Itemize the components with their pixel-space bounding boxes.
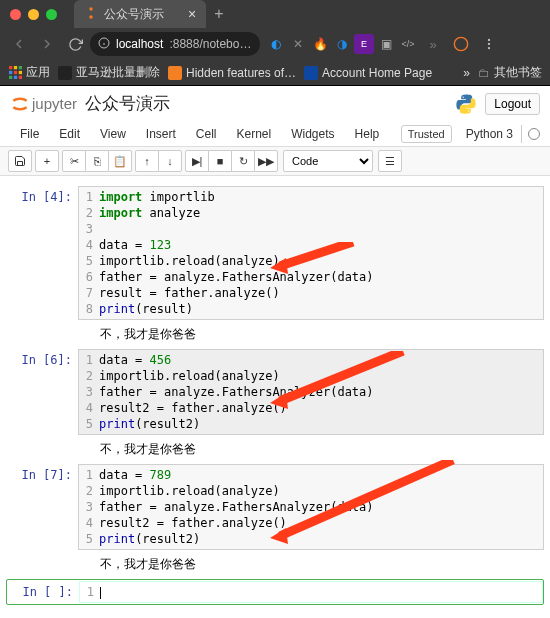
ext-icon-4[interactable]: ◑ bbox=[332, 34, 352, 54]
ext-icon-6[interactable]: ▣ bbox=[376, 34, 396, 54]
tab-title: 公众号演示 bbox=[104, 6, 164, 23]
cell-prompt: In [7]: bbox=[6, 464, 78, 573]
cut-button[interactable]: ✂ bbox=[62, 150, 86, 172]
trusted-indicator[interactable]: Trusted bbox=[401, 125, 452, 143]
other-bookmarks-label: 其他书签 bbox=[494, 64, 542, 81]
cell-output: 不，我才是你爸爸 bbox=[78, 550, 544, 573]
svg-rect-15 bbox=[9, 76, 12, 79]
notebook-area[interactable]: In [4]:1import importlib2import analyze3… bbox=[0, 176, 550, 618]
bookmarks-overflow-icon[interactable]: » bbox=[463, 66, 470, 80]
svg-point-0 bbox=[89, 7, 93, 10]
profile-icon[interactable] bbox=[448, 31, 474, 57]
paste-button[interactable]: 📋 bbox=[108, 150, 132, 172]
apps-button[interactable]: 应用 bbox=[8, 64, 50, 81]
move-up-button[interactable]: ↑ bbox=[135, 150, 159, 172]
other-bookmarks[interactable]: 🗀 其他书签 bbox=[478, 64, 542, 81]
window-close-button[interactable] bbox=[10, 9, 21, 20]
move-down-button[interactable]: ↓ bbox=[158, 150, 182, 172]
notebook-title[interactable]: 公众号演示 bbox=[85, 92, 170, 115]
restart-button[interactable]: ↻ bbox=[231, 150, 255, 172]
jupyter-logo-icon bbox=[10, 93, 30, 115]
extensions-bar: ◐ ✕ 🔥 ◑ E ▣ </> bbox=[266, 34, 418, 54]
window-titlebar: 公众号演示 × + bbox=[0, 0, 550, 28]
logout-button[interactable]: Logout bbox=[485, 93, 540, 115]
cell-prompt: In [ ]: bbox=[7, 581, 79, 603]
cell-output: 不，我才是你爸爸 bbox=[78, 435, 544, 458]
code-input[interactable]: 1data = 7892importlib.reload(analyze)3fa… bbox=[78, 464, 544, 550]
jupyter-favicon-icon bbox=[84, 6, 98, 23]
cell-output: 不，我才是你爸爸 bbox=[78, 320, 544, 343]
page-icon bbox=[168, 66, 182, 80]
svg-point-1 bbox=[89, 15, 93, 18]
ext-icon-1[interactable]: ◐ bbox=[266, 34, 286, 54]
window-minimize-button[interactable] bbox=[28, 9, 39, 20]
svg-point-6 bbox=[488, 39, 490, 41]
run-button[interactable]: ▶| bbox=[185, 150, 209, 172]
svg-rect-10 bbox=[13, 66, 16, 69]
ext-icon-7[interactable]: </> bbox=[398, 34, 418, 54]
jupyter-header: jupyter 公众号演示 Logout bbox=[0, 86, 550, 122]
bookmarks-bar: 应用 亚马逊批量删除 Hidden features of… Account H… bbox=[0, 60, 550, 86]
code-cell[interactable]: In [4]:1import importlib2import analyze3… bbox=[6, 186, 544, 343]
url-host: localhost bbox=[116, 37, 163, 51]
bookmark-hidden[interactable]: Hidden features of… bbox=[168, 66, 296, 80]
kernel-name[interactable]: Python 3 bbox=[458, 125, 522, 143]
menu-widgets[interactable]: Widgets bbox=[281, 124, 344, 144]
browser-tab[interactable]: 公众号演示 × bbox=[74, 0, 206, 28]
window-maximize-button[interactable] bbox=[46, 9, 57, 20]
folder-icon: 🗀 bbox=[478, 66, 490, 80]
menu-view[interactable]: View bbox=[90, 124, 136, 144]
bookmark-amazon[interactable]: 亚马逊批量删除 bbox=[58, 64, 160, 81]
svg-rect-11 bbox=[18, 66, 21, 69]
copy-button[interactable]: ⎘ bbox=[85, 150, 109, 172]
url-path: :8888/notebo… bbox=[169, 37, 251, 51]
nav-forward-button[interactable] bbox=[34, 31, 60, 57]
apps-icon bbox=[8, 66, 22, 80]
menu-file[interactable]: File bbox=[10, 124, 49, 144]
browser-chrome: 公众号演示 × + localhost:8888/notebo… ☆ ◐ ✕ 🔥… bbox=[0, 0, 550, 86]
svg-point-7 bbox=[488, 43, 490, 45]
code-cell[interactable]: In [ ]:1 bbox=[6, 579, 544, 605]
page-icon bbox=[304, 66, 318, 80]
menu-edit[interactable]: Edit bbox=[49, 124, 90, 144]
browser-navbar: localhost:8888/notebo… ☆ ◐ ✕ 🔥 ◑ E ▣ </>… bbox=[0, 28, 550, 60]
code-input[interactable]: 1 bbox=[79, 581, 543, 603]
svg-rect-16 bbox=[13, 76, 16, 79]
menu-kernel[interactable]: Kernel bbox=[227, 124, 282, 144]
ext-icon-5[interactable]: E bbox=[354, 34, 374, 54]
menu-insert[interactable]: Insert bbox=[136, 124, 186, 144]
code-input[interactable]: 1data = 4562importlib.reload(analyze)3fa… bbox=[78, 349, 544, 435]
close-tab-icon[interactable]: × bbox=[188, 6, 196, 22]
svg-point-5 bbox=[454, 37, 467, 50]
save-button[interactable] bbox=[8, 150, 32, 172]
svg-point-8 bbox=[488, 47, 490, 49]
svg-rect-9 bbox=[9, 66, 12, 69]
interrupt-button[interactable]: ■ bbox=[208, 150, 232, 172]
code-cell[interactable]: In [7]:1data = 7892importlib.reload(anal… bbox=[6, 464, 544, 573]
code-input[interactable]: 1import importlib2import analyze34data =… bbox=[78, 186, 544, 320]
add-cell-button[interactable]: + bbox=[35, 150, 59, 172]
ext-icon-2[interactable]: ✕ bbox=[288, 34, 308, 54]
jupyter-logo[interactable]: jupyter bbox=[10, 93, 77, 115]
cell-type-select[interactable]: Code bbox=[283, 150, 373, 172]
jupyter-toolbar: + ✂ ⎘ 📋 ↑ ↓ ▶| ■ ↻ ▶▶ Code ☰ bbox=[0, 147, 550, 176]
menu-help[interactable]: Help bbox=[345, 124, 390, 144]
command-palette-button[interactable]: ☰ bbox=[378, 150, 402, 172]
restart-run-all-button[interactable]: ▶▶ bbox=[254, 150, 278, 172]
bookmark-account[interactable]: Account Home Page bbox=[304, 66, 432, 80]
nav-back-button[interactable] bbox=[6, 31, 32, 57]
kernel-status-icon bbox=[528, 128, 540, 140]
page-icon bbox=[58, 66, 72, 80]
svg-rect-13 bbox=[13, 71, 16, 74]
code-cell[interactable]: In [6]:1data = 4562importlib.reload(anal… bbox=[6, 349, 544, 458]
bookmark-label: Account Home Page bbox=[322, 66, 432, 80]
address-bar[interactable]: localhost:8888/notebo… ☆ bbox=[90, 32, 260, 56]
bookmark-label: 亚马逊批量删除 bbox=[76, 64, 160, 81]
new-tab-button[interactable]: + bbox=[214, 5, 223, 23]
ext-icon-3[interactable]: 🔥 bbox=[310, 34, 330, 54]
menu-cell[interactable]: Cell bbox=[186, 124, 227, 144]
site-info-icon[interactable] bbox=[98, 37, 110, 52]
browser-menu-icon[interactable] bbox=[476, 31, 502, 57]
nav-reload-button[interactable] bbox=[62, 31, 88, 57]
extensions-overflow-icon[interactable]: » bbox=[420, 31, 446, 57]
